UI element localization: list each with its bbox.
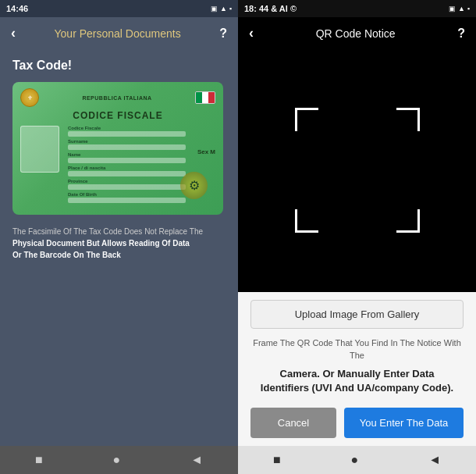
- disclaimer-line3: Or The Barcode On The Back: [12, 251, 121, 259]
- qr-corner-bl: [295, 209, 318, 233]
- upload-gallery-button[interactable]: Upload Image From Gallery: [250, 300, 464, 329]
- id-card: ⚜ REPUBBLICA ITALIANA CODICE FISCALE Cod…: [12, 82, 223, 215]
- right-panel: 18: 44 & Al © ▣ ▲ ▪ ‹ QR Code Notice ? U…: [238, 0, 476, 474]
- italian-flag: [195, 91, 215, 104]
- battery-icon: ▪: [229, 5, 232, 12]
- flag-red: [208, 92, 215, 103]
- network-icon: ▣: [211, 5, 218, 12]
- left-panel: 14:46 ▣ ▲ ▪ ‹ Your Personal Documents ? …: [0, 0, 238, 474]
- bottom-nav-left: ■ ● ◄: [0, 446, 238, 474]
- back-icon-right: ◄: [428, 453, 441, 467]
- status-icons-right: ▣ ▲ ▪: [449, 5, 470, 12]
- home-icon-right: ●: [351, 453, 359, 467]
- flag-white: [202, 92, 208, 103]
- field-value-codice: [68, 131, 186, 137]
- wifi-icon: ▲: [220, 5, 227, 12]
- confirm-button[interactable]: You Enter The Data: [344, 408, 464, 438]
- id-card-photo-col: [20, 126, 63, 205]
- section-title: Tax Code!: [12, 59, 226, 73]
- left-content: Tax Code! ⚜ REPUBBLICA ITALIANA CODICE F…: [0, 49, 238, 446]
- instructions-line1: Frame The QR Code That You Find In The N…: [250, 337, 464, 362]
- field-surname: Surname: [68, 139, 215, 150]
- bottom-nav-right: ■ ● ◄: [238, 446, 476, 474]
- field-value-surname: [68, 144, 186, 150]
- instructions-line2: Camera. Or Manually Enter Data: [280, 368, 435, 380]
- status-bar-right: 18: 44 & Al © ▣ ▲ ▪: [238, 0, 476, 17]
- bottom-section: Upload Image From Gallery Frame The QR C…: [238, 292, 476, 446]
- network-icon-right: ▣: [449, 5, 456, 12]
- field-label-codice: Codice Fiscale: [68, 126, 215, 130]
- disclaimer-line1: The Facsimile Of The Tax Code Does Not R…: [12, 227, 203, 236]
- photo-placeholder: [20, 126, 59, 173]
- instructions-main: Camera. Or Manually Enter Data Identifie…: [250, 367, 464, 395]
- card-emblem: ⚙: [180, 172, 208, 199]
- disclaimer: The Facsimile Of The Tax Code Does Not R…: [12, 226, 226, 261]
- action-buttons: Cancel You Enter The Data: [250, 408, 464, 438]
- field-label-surname: Surname: [68, 139, 215, 144]
- status-time-left: 14:46: [6, 4, 28, 13]
- field-name: Name: [68, 152, 215, 163]
- page-title-right: QR Code Notice: [254, 27, 457, 40]
- instructions-line3: Identifiers (UVI And UA/company Code).: [261, 382, 453, 394]
- republic-logo: ⚜: [20, 88, 39, 107]
- id-card-header: ⚜ REPUBBLICA ITALIANA: [20, 88, 215, 107]
- field-value-name: [68, 158, 186, 163]
- republic-label: REPUBBLICA ITALIANA: [39, 95, 195, 101]
- top-nav-left: ‹ Your Personal Documents ?: [0, 17, 238, 49]
- field-label-name: Name: [68, 152, 215, 157]
- qr-frame: [295, 108, 420, 233]
- flag-green: [196, 92, 202, 103]
- qr-corner-tl: [295, 108, 318, 131]
- page-title-left: Your Personal Documents: [16, 27, 219, 40]
- help-button-left[interactable]: ?: [219, 27, 227, 41]
- battery-icon-right: ▪: [467, 5, 470, 12]
- card-main-title: CODICE FISCALE: [20, 110, 215, 121]
- home-icon-left: ●: [113, 453, 121, 467]
- back-icon-left: ◄: [190, 453, 203, 467]
- wifi-icon-right: ▲: [458, 5, 465, 12]
- help-button-right[interactable]: ?: [457, 27, 465, 41]
- qr-corner-tr: [396, 108, 420, 131]
- field-value-province: [68, 184, 186, 190]
- field-label-place: Place / di nascita: [68, 166, 215, 170]
- qr-corner-br: [396, 209, 420, 233]
- field-value-dob: [68, 198, 186, 203]
- field-codice: Codice Fiscale: [68, 126, 215, 137]
- status-time-right: 18: 44 & Al ©: [244, 4, 297, 13]
- sex-label: Sex M: [197, 148, 215, 155]
- square-icon-right: ■: [273, 453, 281, 467]
- qr-camera-area: [238, 49, 476, 292]
- status-icons-left: ▣ ▲ ▪: [211, 5, 232, 12]
- field-value-place: [68, 171, 186, 176]
- disclaimer-line2: Physical Document But Allows Reading Of …: [12, 239, 190, 248]
- top-nav-right: ‹ QR Code Notice ?: [238, 17, 476, 49]
- square-icon-left: ■: [35, 453, 43, 467]
- status-bar-left: 14:46 ▣ ▲ ▪: [0, 0, 238, 17]
- cancel-button[interactable]: Cancel: [250, 408, 336, 438]
